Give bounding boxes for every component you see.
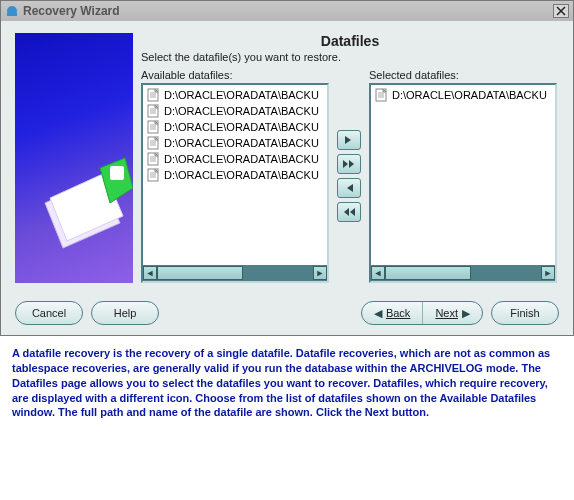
cancel-button[interactable]: Cancel [15,301,83,325]
list-item-label: D:\ORACLE\ORADATA\BACKU [164,121,319,133]
list-item-label: D:\ORACLE\ORADATA\BACKU [164,137,319,149]
move-buttons [335,69,363,283]
move-all-left-button[interactable] [337,202,361,222]
nav-button-group: ◀ Back Next ▶ [361,301,483,325]
page-subtitle: Select the datafile(s) you want to resto… [141,51,559,63]
move-left-button[interactable] [337,178,361,198]
page-title: Datafiles [141,33,559,49]
available-listbox[interactable]: D:\ORACLE\ORADATA\BACKUD:\ORACLE\ORADATA… [141,83,329,283]
scroll-thumb[interactable] [157,266,243,280]
scroll-right-icon[interactable]: ► [541,266,555,280]
content-area: Datafiles Select the datafile(s) you wan… [1,21,573,335]
list-item-label: D:\ORACLE\ORADATA\BACKU [164,153,319,165]
wizard-side-image [15,33,133,283]
move-right-button[interactable] [337,130,361,150]
scroll-thumb[interactable] [385,266,471,280]
list-item-label: D:\ORACLE\ORADATA\BACKU [164,89,319,101]
list-item[interactable]: D:\ORACLE\ORADATA\BACKU [145,119,325,135]
button-bar: Cancel Help ◀ Back Next ▶ Finish [15,301,559,325]
window-title: Recovery Wizard [23,4,120,18]
svg-rect-1 [7,13,17,16]
file-icon [147,88,160,102]
file-icon [147,136,160,150]
scroll-right-icon[interactable]: ► [313,266,327,280]
file-icon [147,152,160,166]
scroll-left-icon[interactable]: ◄ [371,266,385,280]
list-item[interactable]: D:\ORACLE\ORADATA\BACKU [145,103,325,119]
page-description: A datafile recovery is the recovery of a… [0,336,574,434]
back-label: Back [386,307,410,319]
file-icon [375,88,388,102]
scroll-left-icon[interactable]: ◄ [143,266,157,280]
svg-rect-5 [110,166,124,180]
selected-listbox[interactable]: D:\ORACLE\ORADATA\BACKU ◄ ► [369,83,557,283]
help-button[interactable]: Help [91,301,159,325]
recovery-wizard-window: Recovery Wizard Datafiles Select the dat… [0,0,574,336]
cancel-label: Cancel [32,307,66,319]
help-label: Help [114,307,137,319]
finish-button[interactable]: Finish [491,301,559,325]
list-item[interactable]: D:\ORACLE\ORADATA\BACKU [373,87,553,103]
list-item[interactable]: D:\ORACLE\ORADATA\BACKU [145,135,325,151]
chevron-right-icon: ▶ [462,307,470,320]
file-icon [147,104,160,118]
list-item-label: D:\ORACLE\ORADATA\BACKU [164,105,319,117]
list-item-label: D:\ORACLE\ORADATA\BACKU [164,169,319,181]
next-button[interactable]: Next ▶ [423,302,482,324]
app-icon [5,4,19,18]
list-item-label: D:\ORACLE\ORADATA\BACKU [392,89,547,101]
finish-label: Finish [510,307,539,319]
titlebar: Recovery Wizard [1,1,573,21]
chevron-left-icon: ◀ [374,307,382,320]
file-icon [147,120,160,134]
available-hscrollbar[interactable]: ◄ ► [143,265,327,281]
next-label: Next [435,307,458,319]
file-icon [147,168,160,182]
back-button[interactable]: ◀ Back [362,302,423,324]
list-item[interactable]: D:\ORACLE\ORADATA\BACKU [145,87,325,103]
close-button[interactable] [553,4,569,18]
list-item[interactable]: D:\ORACLE\ORADATA\BACKU [145,151,325,167]
move-all-right-button[interactable] [337,154,361,174]
available-label: Available datafiles: [141,69,329,81]
list-item[interactable]: D:\ORACLE\ORADATA\BACKU [145,167,325,183]
selected-hscrollbar[interactable]: ◄ ► [371,265,555,281]
selected-label: Selected datafiles: [369,69,557,81]
